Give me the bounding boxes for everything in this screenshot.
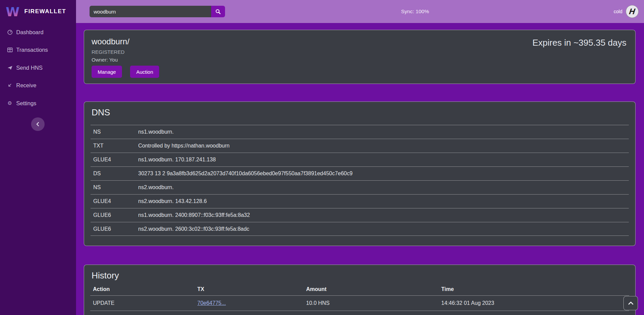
dns-record-value: Controlled by https://nathan.woodburn <box>138 143 629 149</box>
dns-record-type: TXT <box>91 143 138 149</box>
history-col-time: Time <box>441 286 629 292</box>
dns-record-row: GLUE6 ns2.woodburn. 2600:3c02::f03c:93ff… <box>91 222 629 236</box>
dns-card: DNS NS ns1.woodburn. TXT Controlled by h… <box>84 102 636 246</box>
search-icon <box>215 9 221 15</box>
dns-record-type: GLUE4 <box>91 157 138 163</box>
wallet-selector[interactable]: cold H <box>614 0 639 23</box>
sidebar-item-settings[interactable]: ⚙ Settings <box>0 98 76 109</box>
dns-record-value: ns2.woodburn. 143.42.128.6 <box>138 198 629 204</box>
sidebar-item-label: Receive <box>16 82 36 89</box>
svg-text:W: W <box>6 5 20 19</box>
dns-record-row: GLUE4 ns1.woodburn. 170.187.241.138 <box>91 153 629 166</box>
dns-title: DNS <box>92 107 110 118</box>
dns-record-row: NS ns2.woodburn. <box>91 180 629 194</box>
sync-status: Sync: 100% <box>401 0 429 23</box>
history-table: Action TX Amount Time UPDATE 70e64775...… <box>90 283 629 315</box>
scroll-to-top-button[interactable] <box>623 296 638 310</box>
sidebar: W FIREWALLET Dashboard Transactions <box>0 0 76 315</box>
settings-icon: ⚙ <box>7 100 13 106</box>
history-time: 14:46:32 01 Aug 2023 <box>441 300 629 306</box>
domain-name-title: woodburn/ <box>92 37 129 46</box>
dns-record-value: ns1.woodburn. 170.187.241.138 <box>138 157 629 163</box>
dns-records-table: NS ns1.woodburn. TXT Controlled by https… <box>91 125 629 236</box>
dns-record-value: ns2.woodburn. 2600:3c02::f03c:93ff:fe5a:… <box>138 226 629 232</box>
dns-record-row: TXT Controlled by https://nathan.woodbur… <box>91 139 629 153</box>
brand-title: FIREWALLET <box>24 8 66 15</box>
sidebar-item-dashboard[interactable]: Dashboard <box>0 27 76 38</box>
sidebar-collapse-button[interactable] <box>31 117 45 131</box>
history-title: History <box>92 270 119 281</box>
chevron-left-icon <box>36 122 40 127</box>
manage-button[interactable]: Manage <box>92 66 122 78</box>
dns-record-type: GLUE6 <box>91 212 138 218</box>
dns-record-value: ns1.woodburn. <box>138 129 629 135</box>
dns-record-row: NS ns1.woodburn. <box>91 125 629 139</box>
transactions-icon <box>7 47 13 53</box>
sidebar-item-transactions[interactable]: Transactions <box>0 44 76 55</box>
domain-owner: Owner: You <box>92 57 118 63</box>
chevron-up-icon <box>628 301 634 305</box>
history-col-tx: TX <box>197 286 306 292</box>
search-input[interactable] <box>90 6 211 17</box>
sidebar-item-label: Settings <box>16 100 36 107</box>
sidebar-item-label: Transactions <box>16 47 48 53</box>
history-header-row: Action TX Amount Time <box>90 283 629 296</box>
history-card: History Action TX Amount Time UPDATE 70e… <box>84 265 636 315</box>
firewallet-w-logo: W <box>6 4 20 19</box>
receive-icon <box>7 82 13 88</box>
search-bar <box>90 6 225 17</box>
search-button[interactable] <box>211 6 225 17</box>
tx-link[interactable]: 70e64775... <box>197 300 226 306</box>
history-amount: 10.0 HNS <box>306 300 441 306</box>
sidebar-item-label: Send HNS <box>16 65 43 71</box>
hns-logo-icon: H <box>626 5 639 18</box>
brand[interactable]: W FIREWALLET <box>6 3 66 20</box>
sidebar-item-receive[interactable]: Receive <box>0 80 76 91</box>
dns-record-value: ns1.woodburn. 2400:8907::f03c:93ff:fe5a:… <box>138 212 629 218</box>
dns-record-type: GLUE6 <box>91 226 138 232</box>
domain-card: woodburn/ REGISTERED Owner: You Manage A… <box>84 30 636 84</box>
history-row: UPDATE 70e64775... 10.0 HNS 14:46:32 01 … <box>90 296 629 311</box>
sidebar-item-send-hns[interactable]: Send HNS <box>0 62 76 73</box>
dns-record-row: DS 30273 13 2 9a3a8fb3d625d2a2073d740f10… <box>91 166 629 180</box>
history-col-action: Action <box>93 286 197 292</box>
dns-record-value: 30273 13 2 9a3a8fb3d625d2a2073d740f10da6… <box>138 171 629 177</box>
domain-actions: Manage Auction <box>92 66 159 78</box>
dns-record-row: GLUE4 ns2.woodburn. 143.42.128.6 <box>91 194 629 208</box>
dns-record-type: NS <box>91 184 138 190</box>
auction-button[interactable]: Auction <box>130 66 159 78</box>
domain-status: REGISTERED <box>92 49 125 55</box>
history-row: RENEW ... 10.0 HNS 15:47:06 07 Feb 2023 <box>90 311 629 315</box>
domain-expiry: Expires in ~395.35 days <box>532 38 626 48</box>
topbar: Sync: 100% cold H <box>76 0 644 23</box>
dns-record-type: DS <box>91 171 138 177</box>
sidebar-item-label: Dashboard <box>16 29 44 36</box>
wallet-name: cold <box>614 9 622 14</box>
history-col-amount: Amount <box>306 286 441 292</box>
dns-record-value: ns2.woodburn. <box>138 184 629 190</box>
dns-record-row: GLUE6 ns1.woodburn. 2400:8907::f03c:93ff… <box>91 208 629 222</box>
dns-record-type: NS <box>91 129 138 135</box>
send-icon <box>7 65 13 71</box>
dns-record-type: GLUE4 <box>91 198 138 204</box>
dashboard-icon <box>7 29 13 35</box>
history-action: UPDATE <box>93 300 197 306</box>
